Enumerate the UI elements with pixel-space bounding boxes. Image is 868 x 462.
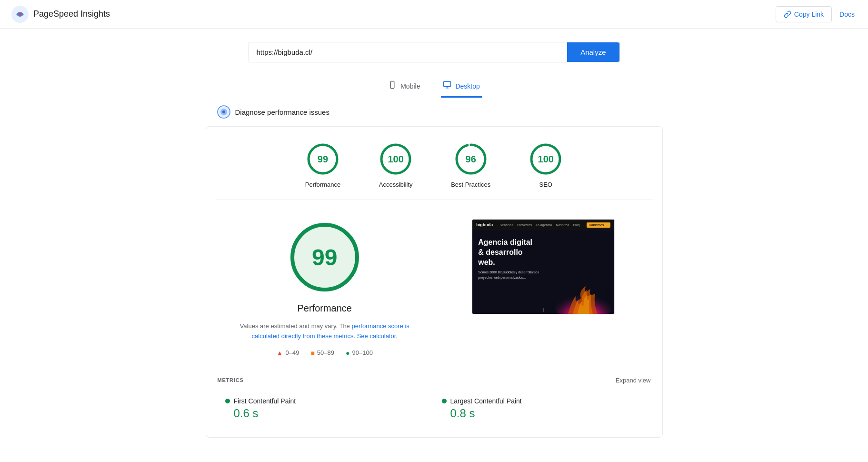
legend-row: ▲ 0–49 ■ 50–89 ● 90–100 — [277, 349, 373, 357]
header-left: PageSpeed Insights — [11, 6, 110, 23]
score-performance[interactable]: 99 Performance — [305, 142, 340, 188]
tab-desktop[interactable]: Desktop — [441, 76, 481, 98]
legend-red-range: 0–49 — [285, 349, 299, 356]
fire-effect — [548, 258, 614, 314]
score-seo[interactable]: 100 SEO — [529, 142, 563, 188]
metrics-grid: First Contentful Paint 0.6 s Largest Con… — [218, 392, 651, 426]
diagnose-icon — [217, 105, 230, 119]
url-input[interactable] — [249, 42, 568, 62]
score-label-performance: Performance — [305, 181, 340, 188]
see-calculator-link[interactable]: See calculator. — [357, 332, 398, 340]
nav-item-5: Blog — [573, 223, 579, 227]
score-circle-seo: 100 — [529, 142, 563, 176]
score-circle-accessibility: 100 — [379, 142, 413, 176]
scores-section: 99 Performance 100 Accessibility — [206, 127, 662, 200]
docs-link[interactable]: Docs — [838, 7, 857, 22]
metric-fcp: First Contentful Paint 0.6 s — [218, 392, 434, 426]
nav-item-3: La agencia — [536, 223, 552, 227]
tab-mobile-label: Mobile — [400, 82, 420, 90]
metric-fcp-name-row: First Contentful Paint — [225, 397, 427, 405]
preview-hero: Agencia digital& desarrolloweb. Somos 30… — [472, 230, 614, 314]
search-bar: Analyze — [249, 42, 620, 62]
metric-fcp-name: First Contentful Paint — [234, 397, 296, 405]
preview-logo: bigbuda — [476, 222, 493, 227]
metric-lcp-dot — [442, 399, 447, 403]
score-label-accessibility: Accessibility — [379, 181, 413, 188]
legend-orange-icon: ■ — [310, 349, 314, 357]
score-circle-best-practices: 96 — [454, 142, 488, 176]
perf-description: Values are estimated and may vary. The p… — [235, 321, 415, 341]
legend-red: ▲ 0–49 — [277, 349, 299, 357]
nav-item-1: Servicios — [500, 223, 513, 227]
score-value-best-practices: 96 — [466, 154, 476, 165]
legend-green: ● 90–100 — [346, 349, 373, 357]
website-preview: bigbuda Servicios Proyectos La agencia N… — [472, 219, 615, 314]
metric-lcp-value: 0.8 s — [442, 407, 643, 420]
metrics-header: METRICS Expand view — [218, 371, 651, 392]
perf-title: Performance — [298, 303, 352, 314]
big-score-value: 99 — [312, 244, 337, 271]
preview-cta: Hablemos → — [587, 222, 610, 228]
tab-mobile[interactable]: Mobile — [386, 76, 422, 98]
scroll-arrow: ↓ — [542, 306, 545, 313]
svg-rect-4 — [444, 81, 451, 87]
preview-nav: Servicios Proyectos La agencia Nosotros … — [500, 223, 580, 227]
score-value-performance: 99 — [318, 154, 328, 165]
nav-item-4: Nosotros — [556, 223, 569, 227]
score-label-seo: SEO — [539, 181, 552, 188]
tab-desktop-label: Desktop — [455, 82, 479, 90]
performance-detail: 99 Performance Values are estimated and … — [206, 200, 662, 371]
perf-desc-text: Values are estimated and may vary. The — [240, 322, 350, 330]
perf-left: 99 Performance Values are estimated and … — [235, 219, 415, 357]
legend-red-icon: ▲ — [277, 349, 283, 357]
main-card: 99 Performance 100 Accessibility — [206, 126, 663, 438]
score-circle-performance: 99 — [306, 142, 340, 176]
preview-topbar: bigbuda Servicios Proyectos La agencia N… — [472, 220, 614, 230]
metrics-section: METRICS Expand view First Contentful Pai… — [206, 371, 662, 437]
diagnose-section: Diagnose performance issues — [206, 105, 663, 119]
svg-point-9 — [222, 110, 225, 113]
legend-green-icon: ● — [346, 349, 349, 357]
svg-point-1 — [19, 13, 21, 16]
diagnose-text: Diagnose performance issues — [235, 108, 329, 116]
header-right: Copy Link Docs — [776, 6, 857, 22]
perf-right: bigbuda Servicios Proyectos La agencia N… — [453, 219, 634, 314]
metrics-title: METRICS — [218, 377, 244, 383]
copy-link-label: Copy Link — [794, 10, 824, 18]
metric-lcp-name: Largest Contentful Paint — [450, 397, 522, 405]
metric-lcp: Largest Contentful Paint 0.8 s — [434, 392, 651, 426]
app-header: PageSpeed Insights Copy Link Docs — [0, 0, 868, 29]
score-value-accessibility: 100 — [388, 154, 403, 165]
score-best-practices[interactable]: 96 Best Practices — [451, 142, 490, 188]
nav-item-2: Proyectos — [517, 223, 532, 227]
score-label-best-practices: Best Practices — [451, 181, 490, 188]
score-value-seo: 100 — [538, 154, 554, 165]
link-icon — [784, 10, 791, 18]
mobile-icon — [388, 80, 397, 91]
metric-lcp-name-row: Largest Contentful Paint — [442, 397, 643, 405]
search-section: Analyze — [0, 29, 868, 72]
metric-fcp-dot — [225, 399, 230, 403]
legend-orange-range: 50–89 — [317, 349, 334, 356]
vertical-divider — [434, 219, 434, 357]
desktop-icon — [443, 80, 451, 91]
expand-view-button[interactable]: Expand view — [616, 377, 651, 384]
legend-green-range: 90–100 — [352, 349, 372, 356]
tab-section: Mobile Desktop — [0, 72, 868, 98]
copy-link-button[interactable]: Copy Link — [776, 6, 832, 22]
metric-fcp-value: 0.6 s — [225, 407, 427, 420]
app-title: PageSpeed Insights — [33, 9, 110, 19]
analyze-button[interactable]: Analyze — [567, 42, 619, 62]
score-accessibility[interactable]: 100 Accessibility — [379, 142, 413, 188]
big-score-circle: 99 — [287, 219, 363, 295]
pagespeed-logo-icon — [11, 6, 29, 23]
legend-orange: ■ 50–89 — [310, 349, 334, 357]
